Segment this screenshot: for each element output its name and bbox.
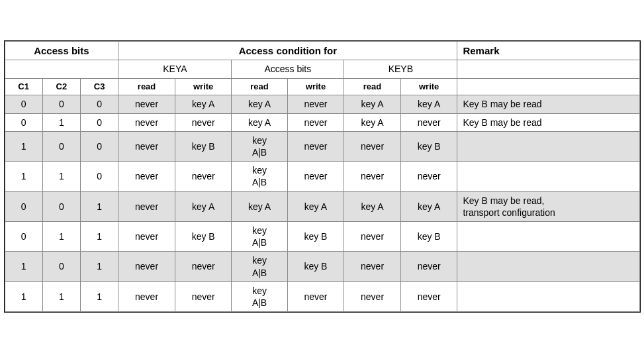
keyb-write-header: write [400, 78, 457, 95]
keyb-write-cell: key A [400, 95, 457, 113]
keya-read-cell: never [118, 95, 175, 113]
c3-header: C3 [81, 78, 118, 95]
c1-cell: 1 [5, 162, 42, 191]
access-bits-subheader: Access bits [232, 60, 344, 78]
keyb-read-cell: never [344, 131, 401, 161]
remark-cell [457, 221, 639, 251]
c2-cell: 0 [42, 191, 80, 221]
remark-cell [457, 252, 639, 281]
remark-col-header [457, 78, 639, 95]
c1-cell: 0 [5, 191, 42, 221]
ab-write-cell: key B [287, 252, 344, 281]
c3-cell: 1 [81, 191, 118, 221]
keyb-read-header: read [344, 78, 401, 95]
keyb-write-cell: key B [400, 131, 457, 161]
ab-write-cell: never [287, 113, 344, 131]
c2-cell: 1 [42, 221, 80, 251]
ab-write-cell: key A [287, 191, 344, 221]
remark-cell: Key B may be read [457, 113, 639, 131]
ab-write-cell: key B [287, 221, 344, 251]
keya-write-cell: never [175, 162, 232, 191]
access-bits-table: Access bits Access condition for Remark … [5, 41, 640, 312]
access-bits-header: Access bits [5, 41, 118, 60]
remark-cell: Key B may be read, transport configurati… [457, 191, 639, 221]
c3-cell: 0 [81, 95, 118, 113]
c3-cell: 1 [81, 221, 118, 251]
keya-subheader: KEYA [118, 60, 232, 78]
c3-cell: 0 [81, 162, 118, 191]
c3-cell: 0 [81, 131, 118, 161]
c2-cell: 0 [42, 95, 80, 113]
keya-write-cell: never [175, 281, 232, 311]
remark-header: Remark [457, 41, 639, 60]
keya-read-cell: never [118, 113, 175, 131]
c2-cell: 1 [42, 113, 80, 131]
c2-header: C2 [42, 78, 80, 95]
keya-write-cell: key B [175, 131, 232, 161]
keyb-write-cell: never [400, 113, 457, 131]
keyb-write-cell: key A [400, 191, 457, 221]
keya-write-cell: key B [175, 221, 232, 251]
c2-cell: 0 [42, 252, 80, 281]
keyb-write-cell: key B [400, 221, 457, 251]
ab-read-cell: key A|B [232, 221, 287, 251]
ab-read-header: read [232, 78, 287, 95]
c1-cell: 1 [5, 131, 42, 161]
c3-cell: 1 [81, 281, 118, 311]
c2-cell: 1 [42, 162, 80, 191]
ab-read-cell: key A|B [232, 252, 287, 281]
c2-cell: 0 [42, 131, 80, 161]
c1-cell: 0 [5, 95, 42, 113]
keyb-read-cell: key A [344, 95, 401, 113]
empty-subheader [5, 60, 118, 78]
keyb-write-cell: never [400, 252, 457, 281]
ab-read-cell: key A [232, 95, 287, 113]
c3-cell: 1 [81, 252, 118, 281]
c1-cell: 0 [5, 221, 42, 251]
ab-read-cell: key A|B [232, 131, 287, 161]
ab-read-cell: key A|B [232, 281, 287, 311]
keyb-read-cell: never [344, 281, 401, 311]
keya-write-header: write [175, 78, 232, 95]
access-condition-header: Access condition for [118, 41, 457, 60]
remark-cell: Key B may be read [457, 95, 639, 113]
keya-read-cell: never [118, 252, 175, 281]
ab-write-header: write [287, 78, 344, 95]
remark-cell [457, 281, 639, 311]
keyb-read-cell: never [344, 162, 401, 191]
keya-write-cell: key A [175, 95, 232, 113]
keyb-read-cell: never [344, 252, 401, 281]
c3-cell: 0 [81, 113, 118, 131]
keya-read-cell: never [118, 191, 175, 221]
c1-cell: 0 [5, 113, 42, 131]
keya-read-header: read [118, 78, 175, 95]
c1-cell: 1 [5, 281, 42, 311]
remark-subheader [457, 60, 639, 78]
keya-write-cell: never [175, 113, 232, 131]
keya-write-cell: key A [175, 191, 232, 221]
keya-read-cell: never [118, 131, 175, 161]
ab-read-cell: key A|B [232, 162, 287, 191]
keyb-write-cell: never [400, 162, 457, 191]
keyb-write-cell: never [400, 281, 457, 311]
remark-cell [457, 131, 639, 161]
ab-write-cell: never [287, 131, 344, 161]
remark-cell [457, 162, 639, 191]
keya-read-cell: never [118, 162, 175, 191]
ab-read-cell: key A [232, 113, 287, 131]
keyb-subheader: KEYB [344, 60, 457, 78]
keya-read-cell: never [118, 221, 175, 251]
ab-write-cell: never [287, 95, 344, 113]
c2-cell: 1 [42, 281, 80, 311]
main-table-wrapper: Access bits Access condition for Remark … [4, 40, 641, 313]
keyb-read-cell: key A [344, 113, 401, 131]
ab-write-cell: never [287, 162, 344, 191]
c1-cell: 1 [5, 252, 42, 281]
ab-read-cell: key A [232, 191, 287, 221]
ab-write-cell: never [287, 281, 344, 311]
keya-read-cell: never [118, 281, 175, 311]
keyb-read-cell: key A [344, 191, 401, 221]
c1-header: C1 [5, 78, 42, 95]
keyb-read-cell: never [344, 221, 401, 251]
keya-write-cell: never [175, 252, 232, 281]
